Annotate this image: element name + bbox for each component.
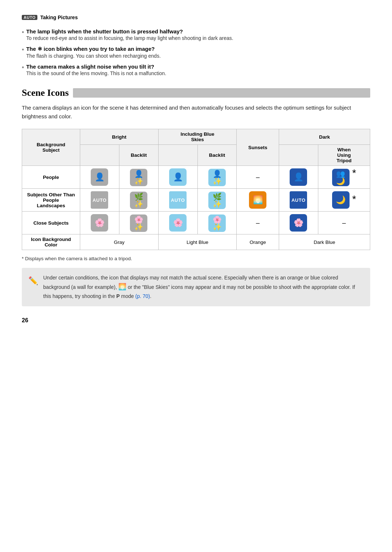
page-number: 26 bbox=[22, 317, 370, 324]
people-bright: 👤 bbox=[80, 166, 119, 189]
note-pencil-icon: ✏️ bbox=[28, 274, 38, 287]
note-box: ✏️ Under certain conditions, the icon th… bbox=[22, 268, 370, 306]
note-link[interactable]: (p. 70) bbox=[135, 293, 150, 299]
color-orange: Orange bbox=[237, 234, 279, 250]
landscapes-blue-normal: AUTO bbox=[158, 189, 197, 212]
people-tripod: 👥🌙 * bbox=[318, 166, 370, 189]
page-header: AUTO Taking Pictures bbox=[22, 15, 370, 20]
table-row-icon-bg-color: Icon BackgroundColor Gray Light Blue Ora… bbox=[22, 234, 370, 250]
faq-content-2: The ⚛ icon blinks when you try to take a… bbox=[26, 46, 160, 60]
faq-content-3: The camera makes a slight noise when you… bbox=[26, 64, 166, 77]
th-background-subject: Background Subject bbox=[22, 129, 80, 166]
people-sunsets: – bbox=[237, 166, 279, 189]
section-heading-row: Scene Icons bbox=[22, 87, 370, 98]
th-sunsets: Sunsets bbox=[237, 129, 279, 166]
table-row-close-subjects: Close Subjects 🌸 🌸✨ 🌸 🌸✨ – 🌸 – bbox=[22, 212, 370, 234]
th-bright-normal bbox=[80, 145, 119, 166]
landscapes-sunsets: 🌅 bbox=[237, 189, 279, 212]
faq-question-1: The lamp lights when the shutter button … bbox=[26, 28, 233, 34]
faq-bullet-2: • bbox=[22, 46, 24, 53]
close-sunsets: – bbox=[237, 212, 279, 234]
row-label-close-subjects: Close Subjects bbox=[22, 212, 80, 234]
faq-bullet-1: • bbox=[22, 29, 24, 36]
faq-section: • The lamp lights when the shutter butto… bbox=[22, 28, 370, 77]
faq-answer-1: To reduce red-eye and to assist in focus… bbox=[26, 34, 233, 42]
th-blue-normal bbox=[158, 145, 197, 166]
close-blue-backlit: 🌸✨ bbox=[197, 212, 237, 234]
table-header-row-1: Background Subject Bright Including Blue… bbox=[22, 129, 370, 145]
faq-bullet-3: • bbox=[22, 64, 24, 71]
people-dark: 👤 bbox=[279, 166, 318, 189]
th-including-blue-skies: Including BlueSkies bbox=[158, 129, 237, 145]
section-title-bar bbox=[73, 88, 370, 98]
color-light-blue: Light Blue bbox=[158, 234, 237, 250]
people-blue-backlit: 👤✨ bbox=[197, 166, 237, 189]
close-dark: 🌸 bbox=[279, 212, 318, 234]
table-row-landscapes: Subjects Other ThanPeopleLandscapes AUTO… bbox=[22, 189, 370, 212]
faq-question-3: The camera makes a slight noise when you… bbox=[26, 64, 166, 70]
note-text: Under certain conditions, the icon that … bbox=[43, 274, 364, 300]
landscapes-tripod: 🌙 * bbox=[318, 189, 370, 212]
faq-question-2: The ⚛ icon blinks when you try to take a… bbox=[26, 46, 160, 52]
header-title: Taking Pictures bbox=[40, 15, 78, 20]
close-bright: 🌸 bbox=[80, 212, 119, 234]
th-dark-normal bbox=[279, 145, 318, 166]
th-bright: Bright bbox=[80, 129, 159, 145]
th-bright-backlit: Backlit bbox=[119, 145, 158, 166]
auto-badge: AUTO bbox=[22, 15, 37, 20]
faq-item-2: • The ⚛ icon blinks when you try to take… bbox=[22, 46, 370, 60]
th-blue-backlit: Backlit bbox=[197, 145, 237, 166]
color-dark-blue: Dark Blue bbox=[279, 234, 370, 250]
landscapes-bright-backlit: 🌿✨ bbox=[119, 189, 158, 212]
landscapes-bright: AUTO bbox=[80, 189, 119, 212]
table-row-people: People 👤 👤✨ 👤 👤✨ – 👤 👥🌙 * bbox=[22, 166, 370, 189]
color-gray: Gray bbox=[80, 234, 159, 250]
th-dark: Dark bbox=[279, 129, 370, 145]
section-title: Scene Icons bbox=[22, 87, 69, 98]
close-bright-backlit: 🌸✨ bbox=[119, 212, 158, 234]
footnote: * Displays when the camera is attached t… bbox=[22, 256, 370, 261]
faq-item-3: • The camera makes a slight noise when y… bbox=[22, 64, 370, 77]
scene-icons-table: Background Subject Bright Including Blue… bbox=[22, 129, 370, 250]
landscapes-blue-backlit: 🌿✨ bbox=[197, 189, 237, 212]
faq-item-1: • The lamp lights when the shutter butto… bbox=[22, 28, 370, 42]
row-label-landscapes: Subjects Other ThanPeopleLandscapes bbox=[22, 189, 80, 212]
th-dark-tripod: WhenUsingTripod bbox=[318, 145, 370, 166]
row-label-icon-bg-color: Icon BackgroundColor bbox=[22, 234, 80, 250]
row-label-people: People bbox=[22, 166, 80, 189]
landscapes-dark: AUTO bbox=[279, 189, 318, 212]
close-tripod: – bbox=[318, 212, 370, 234]
faq-answer-3: This is the sound of the lens moving. Th… bbox=[26, 70, 166, 77]
people-blue-normal: 👤 bbox=[158, 166, 197, 189]
people-bright-backlit: 👤✨ bbox=[119, 166, 158, 189]
faq-answer-2: The flash is charging. You can shoot whe… bbox=[26, 52, 160, 60]
faq-content-1: The lamp lights when the shutter button … bbox=[26, 28, 233, 42]
close-blue-normal: 🌸 bbox=[158, 212, 197, 234]
section-description: The camera displays an icon for the scen… bbox=[22, 103, 370, 121]
